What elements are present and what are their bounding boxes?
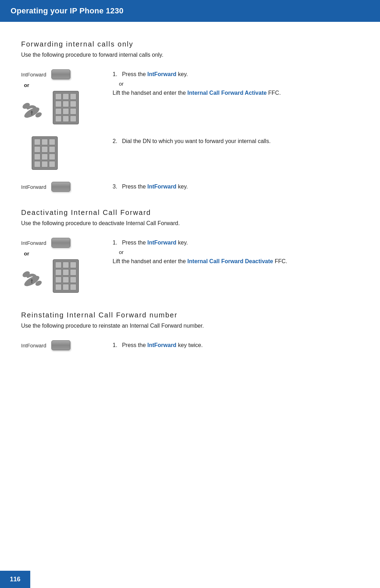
step1-link1: IntForward <box>147 71 177 77</box>
reinst-step-row-1: IntForward 1. Press the IntForward key t… <box>21 340 359 352</box>
step3-icon-area: IntForward <box>21 181 113 192</box>
step2-before: Dial the DN to which you want to forward… <box>122 138 271 144</box>
step1-icon-label-row: IntForward <box>21 69 70 79</box>
keypad-icon-2 <box>32 136 58 170</box>
deact-step1-link2: Internal Call Forward Deactivate <box>188 258 273 264</box>
section-reinstating-title: Reinstating Internal Call Forward number <box>21 311 359 319</box>
page-header: Operating your IP Phone 1230 <box>0 0 380 22</box>
deact-step1-link1: IntForward <box>147 240 177 246</box>
deact-step1-num: 1. <box>113 240 120 246</box>
page-number: 116 <box>10 576 20 583</box>
deact-step1-sub: Lift the handset and enter the Internal … <box>113 257 359 266</box>
step1-icon-area: IntForward or <box>21 69 113 124</box>
deact-step1-icon-area: IntForward or <box>21 237 113 293</box>
step1-num: 1. <box>113 71 120 77</box>
deact-step1-after: key. <box>178 240 188 246</box>
keypad-icon-3 <box>53 259 79 293</box>
handset-icon-1 <box>21 97 49 118</box>
deact-step-row-1: IntForward or <box>21 237 359 293</box>
handset-icon-2 <box>21 266 49 287</box>
page-footer: 116 <box>0 571 30 588</box>
step2-num: 2. <box>113 138 120 144</box>
step1-link2: Internal Call Forward Activate <box>188 90 267 96</box>
step1-text-area: 1. Press the IntForward key. or Lift the… <box>113 69 359 97</box>
reinst-step1-label: IntForward <box>21 342 46 348</box>
step1-handset-keypad <box>21 91 79 124</box>
step3-icon-label-row: IntForward <box>21 182 70 192</box>
step3-num: 3. <box>113 184 120 190</box>
step3-before: Press the <box>122 184 147 190</box>
step2-text: 2. Dial the DN to which you want to forw… <box>113 137 359 146</box>
section-deactivating-title: Deactivating Internal Call Forward <box>21 209 359 217</box>
step3-label: IntForward <box>21 184 46 190</box>
section-forwarding-title: Forwarding internal calls only <box>21 40 359 48</box>
reinst-step1-link1: IntForward <box>147 342 177 348</box>
reinst-intforward-button-icon <box>51 340 70 350</box>
step-row-1: IntForward or <box>21 69 359 124</box>
step3-link1: IntForward <box>147 184 177 190</box>
reinst-step1-text: 1. Press the IntForward key twice. <box>113 341 359 349</box>
step3-after: key. <box>178 184 188 190</box>
step1-or-text: or <box>119 81 359 87</box>
deact-step1-handset-keypad <box>21 259 79 293</box>
step3-text-area: 3. Press the IntForward key. <box>113 181 359 193</box>
section-reinstating: Reinstating Internal Call Forward number… <box>21 311 359 352</box>
reinst-step1-before: Press the <box>122 342 147 348</box>
deact-intforward-button-icon <box>51 238 70 248</box>
step2-icon-area <box>21 136 113 170</box>
section-forwarding-desc: Use the following procedure to forward i… <box>21 52 359 58</box>
step1-before: Press the <box>122 71 147 77</box>
step1-or-label: or <box>24 82 29 88</box>
reinst-step1-text-area: 1. Press the IntForward key twice. <box>113 340 359 352</box>
main-content: Forwarding internal calls only Use the f… <box>0 22 380 366</box>
step2-text-area: 2. Dial the DN to which you want to forw… <box>113 136 359 148</box>
step1-after: key. <box>178 71 188 77</box>
step2-keypad-wrap <box>32 136 58 170</box>
section-deactivating-desc: Use the following procedure to deactivat… <box>21 220 359 227</box>
intforward-button-icon-3 <box>51 182 70 192</box>
deact-step1-or-text: or <box>119 249 359 255</box>
step1-sub: Lift the handset and enter the Internal … <box>113 89 359 97</box>
reinst-step1-after: key twice. <box>178 342 203 348</box>
step3-text: 3. Press the IntForward key. <box>113 182 359 191</box>
step1-label: IntForward <box>21 72 46 78</box>
reinst-step1-icon-label-row: IntForward <box>21 340 70 350</box>
reinst-step1-num: 1. <box>113 342 120 348</box>
section-reinstating-desc: Use the following procedure to reinstate… <box>21 323 359 329</box>
step-row-3: IntForward 3. Press the IntForward key. <box>21 181 359 193</box>
deact-step1-text-area: 1. Press the IntForward key. or Lift the… <box>113 237 359 266</box>
reinst-step1-icon-area: IntForward <box>21 340 113 350</box>
step1-text: 1. Press the IntForward key. <box>113 70 359 79</box>
deact-step1-icon-label-row: IntForward <box>21 238 70 248</box>
step-row-2: 2. Dial the DN to which you want to forw… <box>21 136 359 170</box>
deact-step1-text: 1. Press the IntForward key. <box>113 239 359 247</box>
deact-step1-label: IntForward <box>21 240 46 246</box>
deact-step1-before: Press the <box>122 240 147 246</box>
deact-step1-or-label: or <box>24 250 29 256</box>
section-forwarding: Forwarding internal calls only Use the f… <box>21 40 359 193</box>
header-title: Operating your IP Phone 1230 <box>11 6 124 15</box>
intforward-button-icon-1 <box>51 69 70 79</box>
keypad-icon-1 <box>53 91 79 124</box>
section-deactivating: Deactivating Internal Call Forward Use t… <box>21 209 359 293</box>
